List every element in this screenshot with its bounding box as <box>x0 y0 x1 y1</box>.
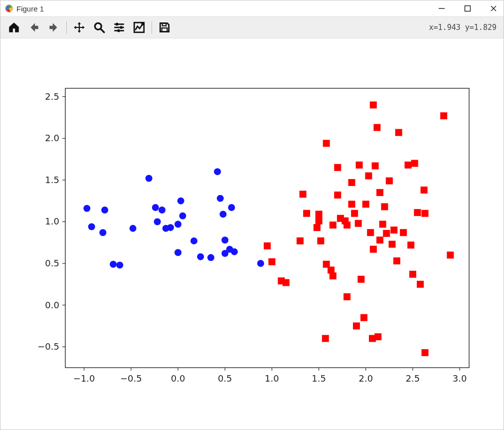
svg-point-77 <box>257 260 264 267</box>
svg-rect-124 <box>389 241 396 248</box>
svg-line-6 <box>101 29 104 32</box>
svg-point-64 <box>177 198 184 205</box>
configure-button[interactable] <box>110 19 129 36</box>
svg-text:0.5: 0.5 <box>218 373 232 384</box>
back-button[interactable] <box>24 19 43 36</box>
svg-point-62 <box>174 220 181 227</box>
svg-rect-2 <box>465 6 471 11</box>
svg-rect-135 <box>421 187 428 194</box>
svg-text:2.0: 2.0 <box>45 133 59 143</box>
svg-point-63 <box>174 249 181 256</box>
svg-rect-120 <box>379 220 386 227</box>
svg-rect-115 <box>372 162 379 169</box>
toolbar-separator <box>152 21 152 34</box>
svg-rect-10 <box>120 26 122 28</box>
svg-text:1.5: 1.5 <box>312 373 326 384</box>
pan-icon <box>73 21 86 34</box>
svg-rect-127 <box>395 129 402 136</box>
svg-rect-136 <box>421 210 428 217</box>
svg-text:2.5: 2.5 <box>406 373 420 384</box>
svg-text:0.5: 0.5 <box>45 258 59 268</box>
toolbar-separator <box>66 21 67 34</box>
pan-button[interactable] <box>70 19 89 36</box>
scatter-plot: −1.0−0.50.00.51.01.52.02.53.0−0.50.00.51… <box>0 38 504 430</box>
svg-rect-114 <box>370 246 377 253</box>
svg-point-66 <box>190 237 197 244</box>
svg-rect-131 <box>409 271 416 278</box>
svg-point-68 <box>207 254 214 261</box>
svg-rect-85 <box>314 224 321 231</box>
minimize-button[interactable] <box>436 2 448 14</box>
svg-point-75 <box>228 204 235 211</box>
titlebar: Figure 1 <box>0 0 504 16</box>
svg-text:2.0: 2.0 <box>358 373 373 384</box>
svg-rect-79 <box>268 258 275 265</box>
maximize-button[interactable] <box>462 2 474 14</box>
svg-rect-101 <box>348 201 355 208</box>
svg-rect-111 <box>367 229 374 236</box>
forward-icon <box>47 21 60 34</box>
svg-point-58 <box>154 218 161 225</box>
svg-rect-109 <box>362 201 369 208</box>
cursor-coordinates: x=1.943 y=1.829 <box>429 23 500 32</box>
svg-rect-81 <box>283 279 290 286</box>
svg-point-59 <box>159 207 166 214</box>
zoom-icon <box>93 21 106 34</box>
svg-rect-133 <box>414 209 421 216</box>
svg-rect-138 <box>440 112 447 119</box>
svg-rect-113 <box>370 101 377 108</box>
svg-point-61 <box>167 224 174 231</box>
close-button[interactable] <box>488 2 500 14</box>
svg-point-49 <box>83 205 90 212</box>
svg-rect-87 <box>316 211 323 217</box>
svg-rect-134 <box>417 281 424 288</box>
svg-point-72 <box>221 236 228 243</box>
save-icon <box>158 21 171 34</box>
svg-text:0.0: 0.0 <box>45 300 59 310</box>
save-button[interactable] <box>155 19 174 36</box>
svg-point-51 <box>99 229 106 236</box>
svg-point-52 <box>101 207 108 214</box>
svg-rect-100 <box>343 293 350 300</box>
svg-point-54 <box>116 261 123 268</box>
svg-rect-118 <box>376 236 383 243</box>
svg-rect-8 <box>116 23 118 25</box>
svg-point-70 <box>217 195 224 202</box>
svg-rect-16 <box>65 88 469 368</box>
home-icon <box>7 21 20 34</box>
svg-rect-90 <box>323 140 330 147</box>
svg-point-57 <box>152 204 159 211</box>
svg-point-56 <box>146 175 153 182</box>
forward-button[interactable] <box>44 19 63 36</box>
svg-rect-84 <box>303 210 310 217</box>
configure-icon <box>113 21 126 34</box>
home-button[interactable] <box>4 19 23 36</box>
svg-rect-129 <box>405 162 412 169</box>
svg-rect-110 <box>365 173 372 180</box>
svg-text:1.0: 1.0 <box>265 373 279 384</box>
figure-window: Figure 1 <box>0 0 504 430</box>
svg-rect-88 <box>317 237 324 244</box>
svg-rect-117 <box>374 333 381 340</box>
svg-rect-105 <box>355 220 362 227</box>
svg-rect-83 <box>300 191 307 198</box>
plot-area[interactable]: −1.0−0.50.00.51.01.52.02.53.0−0.50.00.51… <box>0 38 504 430</box>
svg-point-53 <box>110 261 117 268</box>
svg-rect-132 <box>411 160 418 167</box>
svg-rect-89 <box>322 335 329 342</box>
back-icon <box>27 21 40 34</box>
svg-rect-125 <box>390 226 397 233</box>
edit-icon <box>133 21 146 34</box>
svg-rect-128 <box>400 229 407 236</box>
toolbar: x=1.943 y=1.829 <box>0 16 504 38</box>
edit-button[interactable] <box>130 19 149 36</box>
svg-rect-137 <box>421 349 428 356</box>
svg-rect-126 <box>393 257 400 264</box>
svg-rect-78 <box>264 242 271 249</box>
svg-rect-95 <box>334 192 341 199</box>
svg-rect-106 <box>356 162 363 169</box>
svg-text:−0.5: −0.5 <box>120 373 142 384</box>
svg-text:2.5: 2.5 <box>45 91 59 102</box>
zoom-button[interactable] <box>90 19 109 36</box>
svg-text:0.0: 0.0 <box>171 373 185 384</box>
